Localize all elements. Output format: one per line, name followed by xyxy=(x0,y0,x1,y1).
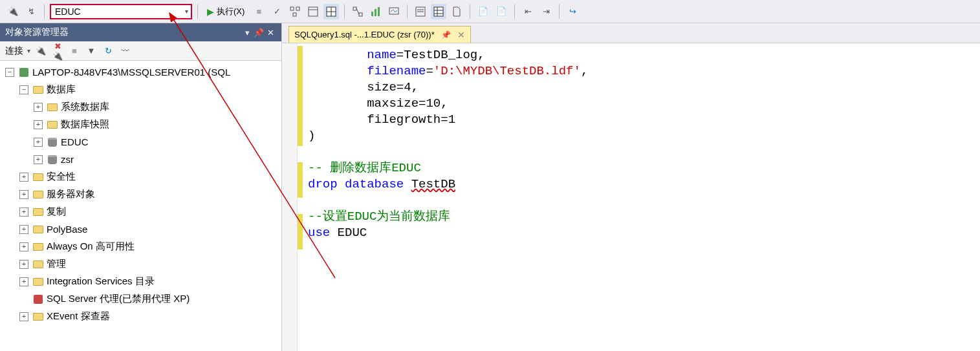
close-icon[interactable]: ✕ xyxy=(457,30,465,40)
plug-icon[interactable]: 🔌 xyxy=(5,4,21,19)
check-icon[interactable]: ✓ xyxy=(269,4,285,19)
expand-icon[interactable]: + xyxy=(19,190,28,199)
agent-node[interactable]: SQL Server 代理(已禁用代理 XP) xyxy=(0,290,281,308)
node-label: 复制 xyxy=(47,206,66,218)
node-label: 安全性 xyxy=(47,171,76,183)
code-token: database xyxy=(345,177,404,191)
expand-icon[interactable]: + xyxy=(19,225,28,234)
execute-button[interactable]: ▶ 执行(X) xyxy=(203,4,248,19)
close-icon[interactable]: ✕ xyxy=(265,28,276,37)
code-token: filename xyxy=(367,64,426,78)
db-snapshot-node[interactable]: + 数据库快照 xyxy=(0,116,281,133)
management-node[interactable]: + 管理 xyxy=(0,255,281,273)
pin-icon[interactable]: 📌 xyxy=(441,30,451,39)
xevent-node[interactable]: + XEvent 探查器 xyxy=(0,308,281,325)
change-bar xyxy=(298,43,303,351)
results-file-icon[interactable] xyxy=(449,4,464,19)
code-token: = xyxy=(426,64,433,78)
folder-icon xyxy=(47,103,58,111)
code-token: filegrowth=1 xyxy=(367,112,455,127)
expand-icon[interactable]: + xyxy=(19,207,28,217)
expand-icon[interactable]: + xyxy=(34,103,43,112)
separator xyxy=(514,5,515,19)
polybase-node[interactable]: + PolyBase xyxy=(0,220,281,238)
disconnect-icon[interactable]: ✖🔌 xyxy=(51,41,64,61)
expand-icon[interactable]: + xyxy=(19,173,28,182)
system-db-node[interactable]: + 系统数据库 xyxy=(0,98,281,116)
folder-icon xyxy=(33,243,43,251)
node-label: 系统数据库 xyxy=(61,101,109,113)
pin-icon[interactable]: 📌 xyxy=(253,28,265,37)
svg-rect-1 xyxy=(296,7,299,10)
code-token: name xyxy=(367,48,397,62)
code-content[interactable]: name=TestDB_log, filename='D:\MYDB\TestD… xyxy=(303,43,980,351)
svg-rect-3 xyxy=(309,7,318,16)
plan-icon[interactable] xyxy=(287,4,303,19)
expand-icon[interactable]: + xyxy=(19,242,28,251)
stop-icon[interactable]: ■ xyxy=(251,4,267,19)
folder-icon xyxy=(47,121,58,129)
editor-tab[interactable]: SQLQuery1.sql -...1.EDUC (zsr (70))* 📌 ✕ xyxy=(289,26,471,43)
code-token: =TestDB_log, xyxy=(397,48,485,62)
connect-label[interactable]: 连接 xyxy=(5,45,23,57)
svg-rect-12 xyxy=(378,7,380,16)
tab-bar: SQLQuery1.sql -...1.EDUC (zsr (70))* 📌 ✕ xyxy=(282,23,980,43)
sync-icon[interactable]: ↯ xyxy=(23,4,39,19)
stats-icon[interactable] xyxy=(368,4,384,19)
isc-node[interactable]: + Integration Services 目录 xyxy=(0,273,281,290)
database-dropdown[interactable]: EDUC ▾ xyxy=(50,4,192,19)
sqlcmd-icon[interactable]: ↪ xyxy=(565,4,580,19)
databases-node[interactable]: − 数据库 xyxy=(0,81,281,98)
agent-icon xyxy=(34,295,43,304)
code-editor[interactable]: name=TestDB_log, filename='D:\MYDB\TestD… xyxy=(282,43,980,351)
server-node[interactable]: − LAPTOP-8J48VF43\MSSQLSERVER01 (SQL xyxy=(0,63,281,81)
expand-icon[interactable]: + xyxy=(34,138,43,147)
alwayson-node[interactable]: + Always On 高可用性 xyxy=(0,238,281,255)
collapse-icon[interactable]: − xyxy=(19,85,28,94)
expand-icon[interactable]: + xyxy=(19,260,28,269)
folder-icon xyxy=(33,86,43,94)
svg-rect-11 xyxy=(375,9,376,16)
live-stats-icon[interactable] xyxy=(386,4,402,19)
uncomment-icon[interactable]: 📄 xyxy=(494,4,509,19)
results-text-icon[interactable] xyxy=(413,4,428,19)
form-icon[interactable] xyxy=(305,4,321,19)
separator xyxy=(470,5,470,19)
code-token: size=4, xyxy=(367,80,419,94)
outdent-icon[interactable]: ⇤ xyxy=(520,4,536,19)
panel-header: 对象资源管理器 ▾ 📌 ✕ xyxy=(0,23,281,41)
folder-icon xyxy=(33,226,43,233)
svg-rect-2 xyxy=(293,13,296,16)
stop-icon[interactable]: ■ xyxy=(68,46,81,56)
results-grid-icon[interactable] xyxy=(431,4,446,19)
refresh-icon[interactable]: ↻ xyxy=(102,46,114,56)
expand-icon[interactable]: + xyxy=(19,312,28,321)
grid-icon[interactable] xyxy=(323,4,339,19)
svg-rect-9 xyxy=(359,13,362,16)
separator xyxy=(44,5,45,19)
svg-rect-17 xyxy=(434,7,443,16)
expand-icon[interactable]: + xyxy=(19,277,28,286)
indent-icon[interactable]: ⇥ xyxy=(538,4,554,19)
expand-icon[interactable]: + xyxy=(34,155,43,164)
object-explorer-panel: 对象资源管理器 ▾ 📌 ✕ 连接 ▾ 🔌 ✖🔌 ■ ▼ ↻ 〰 − LAPTOP… xyxy=(0,23,282,351)
collapse-icon[interactable]: − xyxy=(5,68,14,77)
expand-icon[interactable]: + xyxy=(34,120,43,129)
code-token: maxsize=10, xyxy=(367,96,448,111)
actual-plan-icon[interactable] xyxy=(350,4,365,19)
connect-icon[interactable]: 🔌 xyxy=(34,46,47,56)
replication-node[interactable]: + 复制 xyxy=(0,203,281,220)
window-position-icon[interactable]: ▾ xyxy=(241,28,253,37)
filter-icon[interactable]: ▼ xyxy=(85,46,98,56)
node-label: XEvent 探查器 xyxy=(47,310,110,323)
code-token: , xyxy=(581,64,588,78)
db-zsr-node[interactable]: + zsr xyxy=(0,151,281,168)
server-objects-node[interactable]: + 服务器对象 xyxy=(0,186,281,203)
activity-icon[interactable]: 〰 xyxy=(118,46,131,56)
tab-title: SQLQuery1.sql -...1.EDUC (zsr (70))* xyxy=(294,30,435,39)
comment-icon[interactable]: 📄 xyxy=(475,4,491,19)
code-token: use xyxy=(308,226,330,240)
folder-icon xyxy=(33,278,43,286)
security-node[interactable]: + 安全性 xyxy=(0,168,281,186)
db-educ-node[interactable]: + EDUC xyxy=(0,133,281,151)
